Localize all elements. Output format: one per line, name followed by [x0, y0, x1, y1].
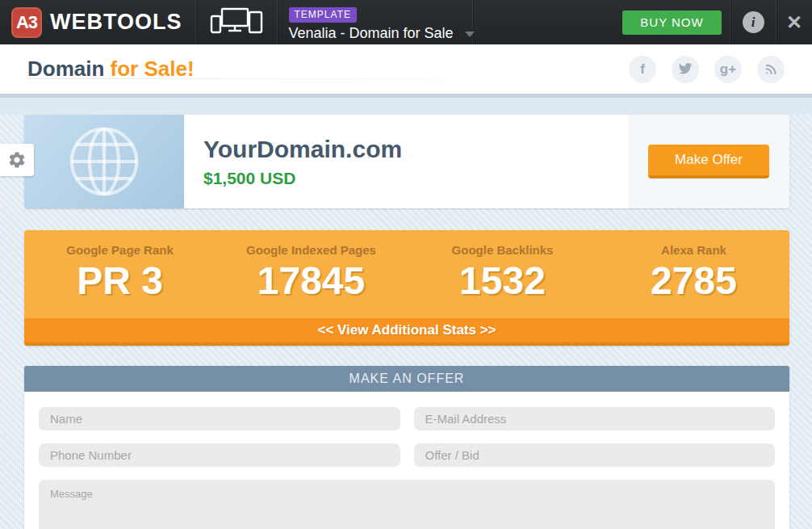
stat-value: PR 3	[24, 258, 216, 304]
page-title-accent: for Sale!	[111, 57, 195, 81]
stat-value: 17845	[216, 258, 407, 304]
facebook-icon[interactable]: f	[629, 56, 656, 83]
name-field[interactable]	[39, 407, 400, 430]
app-toolbar: A3 WEBTOOLS TEMPLATE Venalia - Domain fo…	[0, 0, 812, 44]
gear-icon	[7, 150, 27, 170]
form-body	[24, 392, 789, 529]
domain-listing-card: YourDomain.com $1,500 USD Make Offer	[24, 115, 789, 208]
domain-action: Make Offer	[628, 115, 789, 208]
title-underline	[27, 78, 528, 79]
stat-value: 2785	[598, 258, 789, 304]
form-heading: MAKE AN OFFER	[24, 366, 789, 392]
message-field[interactable]	[39, 480, 775, 529]
info-icon[interactable]: i	[743, 11, 764, 33]
phone-field[interactable]	[39, 443, 400, 467]
twitter-icon[interactable]	[672, 56, 699, 83]
domain-stats-panel: Google Page Rank PR 3 Google Indexed Pag…	[24, 230, 789, 346]
stat-indexed-pages: Google Indexed Pages 17845	[216, 243, 407, 304]
stat-label: Alexa Rank	[598, 243, 789, 257]
template-badge: TEMPLATE	[289, 7, 357, 23]
devices-icon	[208, 5, 265, 40]
buy-now-section: BUY NOW	[614, 0, 730, 44]
offer-bid-field[interactable]	[414, 443, 776, 467]
stat-backlinks: Google Backlinks 1532	[407, 243, 598, 304]
buy-now-button[interactable]: BUY NOW	[622, 10, 722, 35]
google-plus-icon[interactable]: g+	[714, 56, 742, 83]
domain-name: YourDomain.com	[203, 136, 628, 163]
stat-alexa-rank: Alexa Rank 2785	[598, 243, 789, 304]
stat-label: Google Indexed Pages	[216, 243, 407, 257]
email-field[interactable]	[414, 407, 776, 430]
site-header: Domain for Sale! f g+	[0, 44, 812, 94]
domain-info: YourDomain.com $1,500 USD	[184, 115, 628, 208]
form-row	[39, 443, 775, 467]
stat-label: Google Page Rank	[24, 243, 216, 257]
template-selector[interactable]: TEMPLATE Venalia - Domain for Sale	[278, 0, 473, 44]
rss-icon[interactable]	[757, 56, 785, 83]
info-section: i	[730, 0, 776, 44]
brand-name: WEBTOOLS	[50, 10, 182, 35]
page-title-dark: Domain	[27, 57, 111, 81]
social-links: f g+	[629, 56, 785, 83]
domain-price: $1,500 USD	[203, 169, 628, 188]
close-section: ✕	[776, 0, 812, 44]
form-row	[39, 407, 775, 430]
stat-value: 1532	[407, 258, 598, 304]
stats-grid: Google Page Rank PR 3 Google Indexed Pag…	[24, 230, 789, 318]
brand: A3 WEBTOOLS	[0, 0, 196, 44]
toolbar-spacer	[473, 0, 614, 44]
make-offer-button[interactable]: Make Offer	[648, 145, 769, 178]
template-preview-area: YourDomain.com $1,500 USD Make Offer Goo…	[0, 115, 812, 529]
stat-page-rank: Google Page Rank PR 3	[24, 243, 216, 304]
globe-icon	[61, 119, 147, 204]
view-additional-stats-button[interactable]: << View Additional Stats >>	[24, 318, 789, 346]
domain-thumbnail	[24, 115, 184, 208]
a3-logo: A3	[11, 7, 42, 38]
stat-label: Google Backlinks	[407, 243, 598, 257]
header-divider	[0, 94, 812, 98]
template-name: Venalia - Domain for Sale	[289, 25, 454, 42]
responsive-preview-button[interactable]	[196, 0, 278, 44]
settings-tab[interactable]	[0, 144, 34, 176]
make-offer-form: MAKE AN OFFER	[24, 366, 789, 529]
close-icon[interactable]: ✕	[786, 13, 802, 32]
